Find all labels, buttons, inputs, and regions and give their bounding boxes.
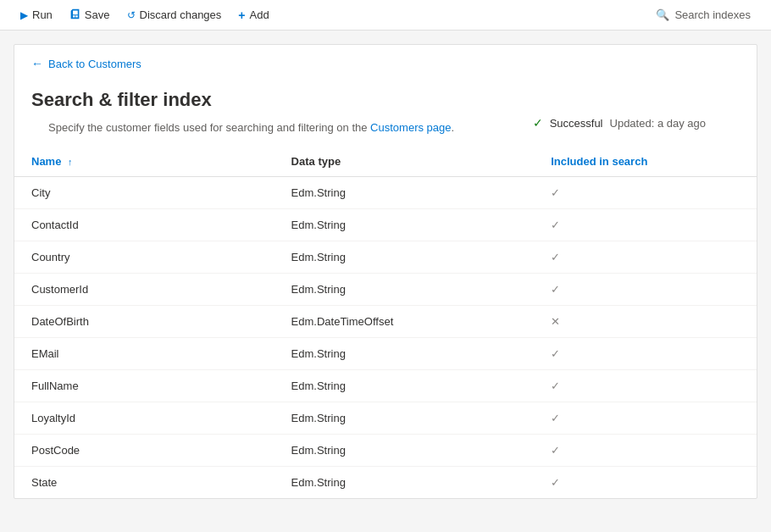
cell-included: ✓ (534, 177, 757, 209)
table-row: CountryEdm.String✓ (14, 241, 757, 274)
page-header: Search & filter index Specify the custom… (14, 75, 757, 147)
table-header-row: Name ↑ Data type Included in search (14, 147, 757, 177)
search-icon: 🔍 (656, 8, 669, 21)
cell-name: CustomerId (14, 274, 275, 306)
cell-name: PostCode (14, 435, 275, 467)
check-icon: ✓ (551, 444, 560, 457)
table-row: ContactIdEdm.String✓ (14, 209, 757, 241)
cell-type: Edm.String (275, 338, 535, 370)
col-type-label: Data type (291, 155, 341, 168)
check-icon: ✓ (551, 347, 560, 360)
desc-prefix: Specify the customer fields used for sea… (48, 121, 370, 134)
add-button[interactable]: + Add (231, 5, 275, 25)
table-row: FullNameEdm.String✓ (14, 370, 757, 402)
cell-type: Edm.String (275, 370, 535, 402)
save-label: Save (85, 8, 110, 21)
cell-type: Edm.String (275, 209, 535, 241)
toolbar: ▶ Run Save ↺ Discard changes + Add 🔍 Sea… (0, 0, 771, 30)
col-search-label: Included in search (551, 155, 647, 168)
check-icon: ✓ (551, 219, 560, 231)
col-header-type: Data type (275, 147, 535, 177)
cell-included: ✓ (534, 274, 757, 306)
table-row: CustomerIdEdm.String✓ (14, 274, 757, 306)
updated-text: Updated: a day ago (610, 117, 706, 130)
save-icon (69, 8, 80, 22)
cell-name: State (14, 467, 275, 499)
table-row: EMailEdm.String✓ (14, 338, 757, 370)
col-header-search: Included in search (534, 147, 757, 177)
cell-type: Edm.String (275, 241, 535, 274)
index-table: Name ↑ Data type Included in search City… (14, 147, 757, 498)
search-indexes-box[interactable]: 🔍 Search indexes (649, 5, 757, 25)
cell-name: LoyaltyId (14, 402, 275, 435)
check-icon: ✓ (551, 186, 560, 199)
cell-included: ✓ (534, 370, 757, 402)
check-icon: ✓ (551, 251, 560, 263)
add-icon: + (238, 8, 245, 22)
success-icon: ✓ (533, 116, 543, 130)
search-indexes-label: Search indexes (674, 8, 751, 21)
run-button[interactable]: ▶ Run (14, 5, 59, 25)
cell-type: Edm.String (275, 402, 535, 435)
table-row: PostCodeEdm.String✓ (14, 435, 757, 467)
cell-type: Edm.String (275, 274, 535, 306)
cell-name: City (14, 177, 275, 209)
customers-page-link[interactable]: Customers page (370, 121, 451, 134)
table-row: LoyaltyIdEdm.String✓ (14, 402, 757, 435)
table-row: DateOfBirthEdm.DateTimeOffset✕ (14, 306, 757, 338)
x-icon: ✕ (551, 315, 560, 328)
cell-type: Edm.String (275, 177, 535, 209)
cell-name: EMail (14, 338, 275, 370)
cell-name: ContactId (14, 209, 275, 241)
add-label: Add (250, 8, 269, 21)
check-icon: ✓ (551, 476, 560, 489)
cell-name: FullName (14, 370, 275, 402)
cell-included: ✓ (534, 241, 757, 274)
cell-included: ✓ (534, 338, 757, 370)
cell-name: Country (14, 241, 275, 274)
save-button[interactable]: Save (63, 5, 117, 25)
page-description: Specify the customer fields used for sea… (48, 121, 454, 134)
run-label: Run (32, 8, 53, 21)
check-icon: ✓ (551, 412, 560, 424)
status-text: Successful (550, 117, 603, 130)
table-row: CityEdm.String✓ (14, 177, 757, 209)
run-icon: ▶ (20, 9, 28, 21)
cell-name: DateOfBirth (14, 306, 275, 338)
back-link[interactable]: ← Back to Customers (14, 45, 757, 75)
cell-included: ✓ (534, 435, 757, 467)
main-content: ← Back to Customers Search & filter inde… (14, 44, 757, 499)
col-header-name[interactable]: Name ↑ (14, 147, 275, 177)
cell-type: Edm.String (275, 467, 535, 499)
cell-included: ✕ (534, 306, 757, 338)
cell-type: Edm.String (275, 435, 535, 467)
discard-button[interactable]: ↺ Discard changes (120, 5, 229, 25)
cell-type: Edm.DateTimeOffset (275, 306, 535, 338)
cell-included: ✓ (534, 467, 757, 499)
cell-included: ✓ (534, 402, 757, 435)
discard-label: Discard changes (140, 8, 222, 21)
status-row: ✓ Successful Updated: a day ago (516, 116, 723, 138)
back-label: Back to Customers (48, 58, 141, 70)
check-icon: ✓ (551, 380, 560, 392)
check-icon: ✓ (551, 283, 560, 296)
desc-suffix: . (452, 121, 455, 134)
sort-arrow-icon: ↑ (68, 157, 73, 167)
col-name-label: Name (31, 155, 61, 168)
table-row: StateEdm.String✓ (14, 467, 757, 499)
cell-included: ✓ (534, 209, 757, 241)
page-title: Search & filter index (31, 89, 740, 111)
back-arrow-icon: ← (31, 57, 43, 70)
discard-icon: ↺ (127, 9, 136, 21)
